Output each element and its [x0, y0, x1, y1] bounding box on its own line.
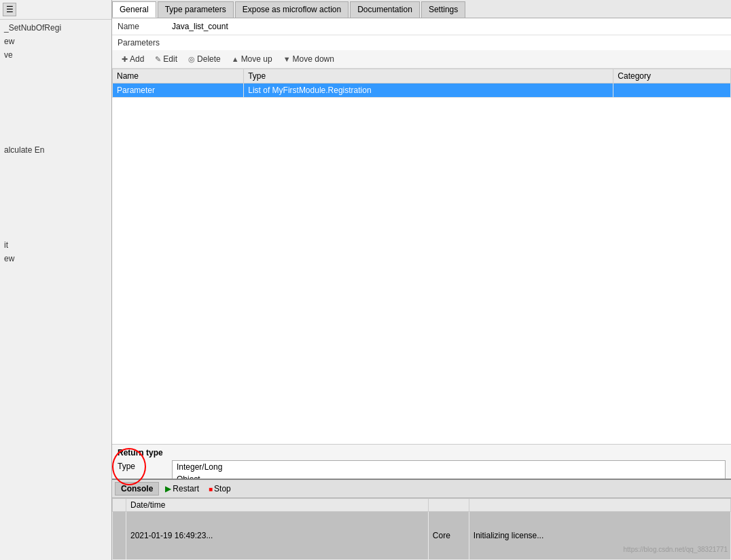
stop-label: Stop [214, 484, 231, 493]
return-type-label: Return type [118, 448, 726, 458]
parameters-table: Name Type Category Parameter List of MyF… [112, 69, 731, 98]
type-dropdown-container: Integer/Long Integer/Long Object List En… [172, 460, 726, 475]
log-cell-datetime: 2021-01-19 16:49:23... [126, 512, 429, 560]
restart-icon: ▶ [165, 484, 171, 493]
tab-type-parameters[interactable]: Type parameters [158, 1, 234, 18]
delete-label: Delete [197, 54, 221, 64]
bottom-panel: Console ▶ Restart ■ Stop Date/time [112, 479, 731, 560]
sidebar-toggle-icon[interactable]: ☰ [3, 3, 16, 16]
move-down-icon: ▼ [283, 55, 291, 63]
add-icon: ✚ [122, 55, 128, 64]
log-cell-1 [113, 512, 126, 560]
stop-button[interactable]: ■ Stop [205, 483, 234, 495]
tab-bar: General Type parameters Expose as microf… [112, 0, 731, 18]
edit-icon: ✎ [155, 55, 161, 64]
edit-button[interactable]: ✎ Edit [151, 53, 181, 65]
tab-settings[interactable]: Settings [421, 1, 465, 18]
edit-label: Edit [163, 54, 177, 64]
add-button[interactable]: ✚ Add [118, 53, 148, 65]
type-dropdown-list: Integer/Long Object List Enumeration Boo… [172, 460, 726, 479]
console-label: Console [115, 482, 159, 496]
sidebar-item-it[interactable]: it [1, 238, 110, 252]
cell-name: Parameter [113, 83, 244, 98]
console-toolbar: ▶ Restart ■ Stop [159, 481, 236, 496]
col-type: Type [244, 69, 613, 83]
name-row: Name Java_list_count [112, 18, 731, 35]
cell-category [613, 83, 731, 98]
move-up-icon: ▲ [232, 55, 239, 63]
tab-documentation[interactable]: Documentation [350, 1, 420, 18]
sidebar-item-2[interactable]: ew [1, 35, 110, 48]
return-type-section: Return type Type Integer/Long Integer/Lo… [112, 444, 731, 479]
content-area: Name Java_list_count Parameters ✚ Add ✎ … [112, 18, 731, 479]
sidebar-item-1[interactable]: _SetNubOfRegi [1, 21, 110, 35]
sidebar-item-ew[interactable]: ew [1, 252, 110, 265]
restart-label: Restart [173, 484, 199, 493]
log-cell-message: Initializing license... [469, 512, 730, 560]
parameters-toolbar: ✚ Add ✎ Edit ◎ Delete ▲ Move up ▼ Move d… [112, 50, 731, 69]
delete-button[interactable]: ◎ Delete [184, 53, 225, 65]
col-name: Name [113, 69, 244, 83]
log-col-datetime: Date/time [126, 499, 429, 512]
move-up-label: Move up [241, 54, 272, 64]
log-col-1 [113, 499, 126, 512]
delete-icon: ◎ [188, 55, 195, 64]
restart-button[interactable]: ▶ Restart [162, 483, 202, 495]
parameters-table-area: Name Type Category Parameter List of MyF… [112, 69, 731, 444]
sidebar-top: ☰ [0, 0, 111, 20]
name-value: Java_list_count [172, 22, 726, 31]
add-label: Add [130, 54, 144, 64]
dropdown-item-integer[interactable]: Integer/Long [173, 461, 725, 473]
log-row: 2021-01-19 16:49:23... Core Initializing… [113, 512, 731, 560]
type-label: Type [118, 460, 172, 471]
tab-general[interactable]: General [112, 1, 156, 18]
main-panel: General Type parameters Expose as microf… [112, 0, 731, 560]
sidebar: ☰ _SetNubOfRegi ew ve alculate En it ew [0, 0, 112, 560]
move-up-button[interactable]: ▲ Move up [228, 53, 277, 65]
log-cell-source: Core [428, 512, 469, 560]
stop-icon: ■ [209, 485, 213, 493]
col-category: Category [613, 69, 731, 83]
table-row[interactable]: Parameter List of MyFirstModule.Registra… [113, 83, 731, 98]
move-down-button[interactable]: ▼ Move down [279, 53, 338, 65]
tab-expose[interactable]: Expose as microflow action [235, 1, 349, 18]
type-row: Type Integer/Long Integer/Long Object Li… [118, 460, 726, 475]
log-col-4 [469, 499, 730, 512]
dropdown-item-object[interactable]: Object [173, 473, 725, 479]
name-label: Name [118, 22, 172, 31]
sidebar-items: _SetNubOfRegi ew ve alculate En it ew [0, 20, 111, 560]
console-header: Console ▶ Restart ■ Stop [112, 480, 731, 498]
sidebar-item-calculate[interactable]: alculate En [1, 143, 110, 157]
log-col-3 [428, 499, 469, 512]
log-table: Date/time 2021-01-19 16:49:23... Core In… [112, 498, 731, 560]
parameters-label: Parameters [112, 35, 731, 50]
cell-type: List of MyFirstModule.Registration [244, 83, 613, 98]
move-down-label: Move down [293, 54, 334, 64]
sidebar-item-3[interactable]: ve [1, 48, 110, 62]
